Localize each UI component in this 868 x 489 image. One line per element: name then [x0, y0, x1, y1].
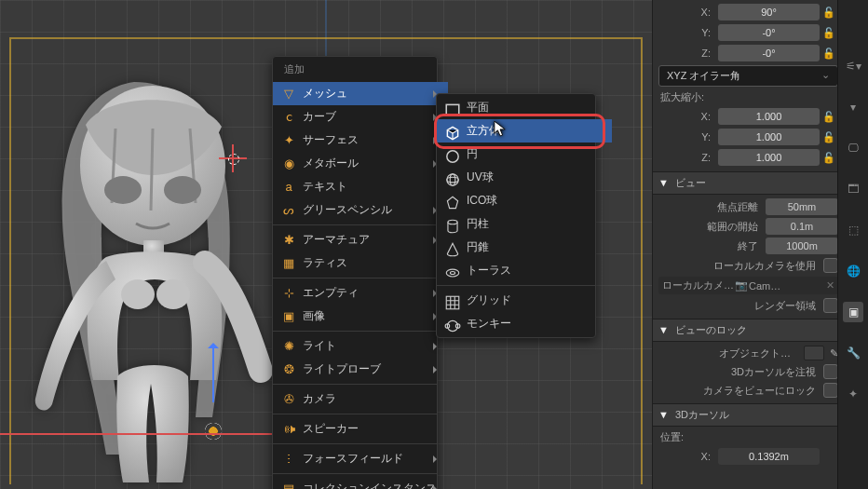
cursor-focus-checkbox[interactable] [823, 364, 838, 379]
camera-small-icon: 📷 [734, 279, 749, 292]
menu-item-greasepencil[interactable]: ᔕ グリースペンシル [273, 198, 448, 222]
submenu-item-cone[interactable]: 円錐 [437, 236, 612, 259]
tab-modifier-icon[interactable]: 🔧 [843, 343, 863, 363]
menu-item-image[interactable]: ▣ 画像 [273, 305, 448, 328]
menu-item-speaker[interactable]: 🕪 スピーカー [273, 417, 448, 441]
circle-icon [444, 148, 461, 161]
lock-icon[interactable]: 🔓 [820, 111, 838, 123]
cursor-focus-label: 3Dカーソルを注視 [731, 365, 816, 379]
lock-icon[interactable]: 🔓 [820, 48, 838, 60]
range-end-value[interactable]: 1000m [766, 238, 838, 254]
surface-icon: ✦ [280, 134, 297, 146]
tab-output-icon[interactable]: 🗔 [843, 179, 863, 199]
lock-icon[interactable]: 🔓 [820, 131, 838, 143]
menu-item-camera[interactable]: ✇ カメラ [273, 387, 448, 411]
menu-item-lightprobe[interactable]: ❂ ライトプローブ [273, 358, 448, 381]
submenu-item-uvsphere[interactable]: UV球 [437, 166, 612, 189]
image-icon: ▣ [280, 310, 297, 322]
cursor3d-panel-header[interactable]: ▼ 3Dカーソル [653, 403, 838, 427]
svg-marker-11 [447, 197, 457, 208]
menu-item-label: カーブ [303, 109, 336, 125]
svg-rect-15 [446, 296, 459, 309]
tab-options-icon[interactable]: ⚟▾ [843, 56, 863, 76]
focal-value[interactable]: 50mm [766, 198, 838, 215]
properties-panel[interactable]: X: 90° 🔓 Y: -0° 🔓 Z: -0° 🔓 XYZ オイラー角 ⌄ 拡… [652, 0, 838, 489]
icosphere-icon [444, 195, 461, 208]
cylinder-icon [444, 218, 461, 231]
menu-item-light[interactable]: ✺ ライト [273, 334, 448, 358]
focal-label: 焦点距離 [658, 200, 766, 214]
tab-view-icon[interactable]: ⬚ [843, 220, 863, 240]
tab-object-icon[interactable]: ▣ [843, 302, 863, 322]
submenu-item-monkey[interactable]: モンキー [437, 312, 612, 335]
view-panel-header[interactable]: ▼ ビュー [653, 171, 838, 195]
menu-item-label: メタボール [303, 156, 359, 171]
uvsphere-icon [444, 171, 461, 184]
submenu-item-icosphere[interactable]: ICO球 [437, 189, 612, 212]
range-start-value[interactable]: 0.1m [766, 218, 838, 235]
properties-tab-column[interactable]: ⚟▾ ▾ 🖵 🗔 ⬚ 🌐 ▣ 🔧 ✦ [837, 0, 868, 489]
menu-item-armature[interactable]: ✱ アーマチュア [273, 228, 448, 251]
menu-item-text[interactable]: a テキスト [273, 175, 448, 198]
rotation-y-value[interactable]: -0° [718, 24, 820, 41]
tab-render-icon[interactable]: 🖵 [843, 138, 863, 158]
menu-item-mesh[interactable]: ▽ メッシュ [273, 82, 448, 105]
menu-item-forcefield[interactable]: ⵗ フォースフィールド [273, 447, 448, 470]
submenu-item-label: トーラス [467, 263, 511, 278]
submenu-item-grid[interactable]: グリッド [437, 289, 612, 312]
rotation-z-value[interactable]: -0° [718, 45, 820, 61]
menu-separator [273, 443, 437, 444]
mesh-icon: ▽ [280, 88, 297, 100]
submenu-item-cube[interactable]: 立方体 [437, 119, 612, 143]
tab-tool-icon[interactable]: ▾ [843, 97, 863, 117]
submenu-item-label: 平面 [467, 100, 489, 115]
lock-icon[interactable]: 🔓 [820, 7, 838, 19]
render-region-checkbox[interactable] [823, 298, 838, 313]
svg-point-9 [447, 177, 458, 183]
axis-label: X: [658, 7, 718, 18]
armature-icon: ✱ [280, 234, 297, 246]
gizmo-origin[interactable] [203, 421, 224, 441]
menu-item-label: コレクションインスタンス [303, 481, 437, 489]
menu-item-lattice[interactable]: ▦ ラティス [273, 251, 448, 275]
tab-particles-icon[interactable]: ✦ [843, 384, 863, 404]
tab-world-icon[interactable]: 🌐 [843, 261, 863, 281]
view-lock-header[interactable]: ▼ ビューのロック [653, 319, 838, 342]
scale-z-value[interactable]: 1.000 [718, 149, 820, 166]
menu-item-empty[interactable]: ⊹ エンプティ [273, 281, 448, 305]
local-camera-field[interactable]: ローカルカメ… 📷 Cam… ✕ [658, 277, 838, 294]
local-camera-checkbox[interactable] [823, 258, 838, 273]
scale-y-value[interactable]: 1.000 [718, 129, 820, 145]
submenu-item-plane[interactable]: 平面 [437, 96, 612, 119]
range-start-row: 範囲の開始 0.1m [658, 218, 838, 235]
svg-point-8 [447, 173, 458, 184]
add-menu[interactable]: 追加 ▽ メッシュ ⅽ カーブ ✦ サーフェス ◉ メタボール a テキスト ᔕ… [272, 56, 438, 489]
submenu-item-circle[interactable]: 円 [437, 143, 612, 166]
rotation-mode-select[interactable]: XYZ オイラー角 ⌄ [658, 65, 838, 87]
greasepencil-icon: ᔕ [280, 204, 297, 216]
menu-item-collection[interactable]: ▤ コレクションインスタンス [273, 477, 448, 489]
axis-x-line [0, 433, 275, 435]
menu-item-metaball[interactable]: ◉ メタボール [273, 152, 448, 175]
cursor-x-value[interactable]: 0.1392m [718, 448, 820, 465]
scale-x-value[interactable]: 1.000 [718, 108, 820, 125]
view-lock-title: ビューのロック [675, 324, 747, 335]
menu-item-surface[interactable]: ✦ サーフェス [273, 129, 448, 152]
rotation-x-value[interactable]: 90° [718, 4, 820, 20]
svg-point-2 [164, 176, 201, 204]
clear-icon[interactable]: ✕ [826, 279, 834, 292]
lock-icon[interactable]: 🔓 [820, 27, 838, 39]
submenu-item-cylinder[interactable]: 円柱 [437, 212, 612, 236]
menu-item-label: エンプティ [303, 285, 359, 301]
character-mesh [13, 63, 274, 482]
local-camera-toggle-row: ローカルカメラを使用 [658, 258, 838, 273]
cursor-location-label: 位置: [660, 430, 836, 444]
submenu-item-torus[interactable]: トーラス [437, 259, 612, 282]
cam-to-view-checkbox[interactable] [823, 383, 838, 398]
object-picker[interactable] [804, 346, 824, 360]
gizmo-z-arrow[interactable] [212, 346, 214, 402]
mesh-submenu[interactable]: 平面 立方体 円 UV球 ICO球 円柱 円錐 [436, 93, 596, 338]
lock-icon[interactable]: 🔓 [820, 152, 838, 164]
lattice-icon: ▦ [280, 257, 297, 269]
menu-item-curve[interactable]: ⅽ カーブ [273, 105, 448, 129]
